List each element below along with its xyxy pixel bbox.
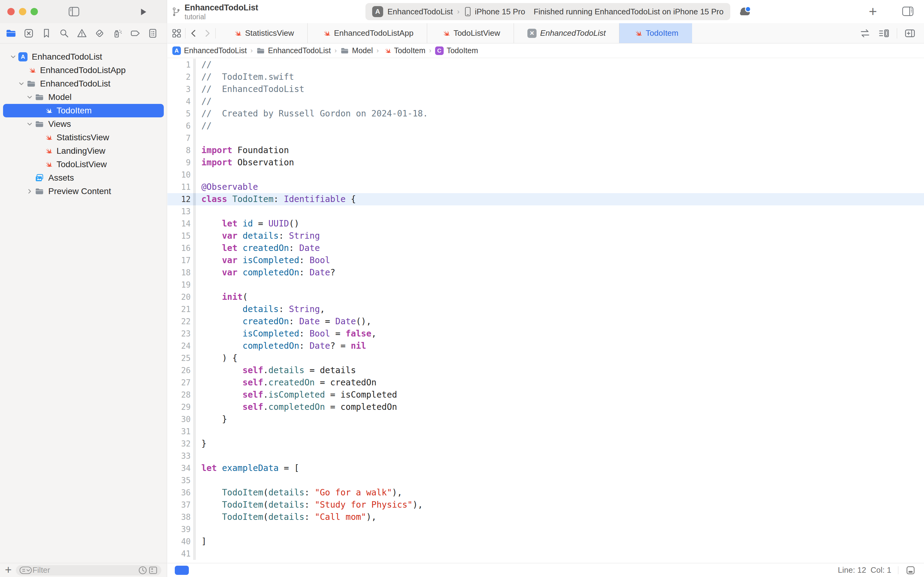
breadcrumb-segment[interactable]: TodoItem: [383, 46, 426, 55]
fold-ribbon[interactable]: [193, 474, 196, 487]
line-number[interactable]: 11: [167, 182, 191, 192]
fold-ribbon[interactable]: [193, 438, 196, 450]
line-number[interactable]: 34: [167, 464, 191, 473]
tab-enhancedtodolist[interactable]: ✕ EnhancedTodoList: [514, 23, 619, 43]
line-number[interactable]: 3: [167, 85, 191, 94]
line-number[interactable]: 27: [167, 378, 191, 387]
fold-ribbon[interactable]: [193, 108, 196, 120]
run-destination[interactable]: iPhone 15 Pro: [475, 7, 525, 16]
line-number[interactable]: 21: [167, 305, 191, 314]
fold-ribbon[interactable]: [193, 132, 196, 144]
sidebar-item-model[interactable]: Model: [3, 90, 164, 104]
sidebar-item-preview-content[interactable]: Preview Content: [3, 185, 164, 198]
add-toolbar-button[interactable]: +: [869, 4, 877, 18]
chevron-down-icon[interactable]: [18, 81, 25, 87]
line-number[interactable]: 8: [167, 146, 191, 155]
scheme-name[interactable]: EnhancedTodoList: [388, 7, 453, 16]
swap-editor-icon[interactable]: [859, 28, 871, 39]
fold-ribbon[interactable]: [193, 548, 196, 560]
fold-ribbon[interactable]: [193, 83, 196, 95]
fold-ribbon[interactable]: [193, 389, 196, 401]
toggle-navigator-icon[interactable]: [67, 6, 80, 17]
line-number[interactable]: 36: [167, 488, 191, 497]
tests-icon[interactable]: [93, 28, 106, 39]
sidebar-item-enhancedtodolist[interactable]: A EnhancedTodoList: [3, 50, 164, 64]
fold-ribbon[interactable]: [193, 95, 196, 108]
chevron-down-icon[interactable]: [26, 121, 34, 127]
fold-ribbon[interactable]: [193, 340, 196, 352]
line-number[interactable]: 5: [167, 109, 191, 118]
tab-todolistview[interactable]: TodoListView: [427, 23, 514, 43]
line-number[interactable]: 37: [167, 500, 191, 509]
editor-bottom-blue-badge[interactable]: [175, 566, 189, 575]
line-number[interactable]: 2: [167, 73, 191, 82]
fold-ribbon[interactable]: [193, 144, 196, 156]
fold-ribbon[interactable]: [193, 181, 196, 193]
editor-options-icon[interactable]: [878, 28, 890, 39]
source-control-status-icon[interactable]: [148, 565, 158, 575]
fold-ribbon[interactable]: [193, 462, 196, 474]
line-number[interactable]: 13: [167, 207, 191, 216]
sidebar-item-todolistview[interactable]: TodoListView: [3, 158, 164, 171]
zoom-window-button[interactable]: [31, 8, 38, 15]
line-number[interactable]: 26: [167, 366, 191, 375]
tab-statisticsview[interactable]: StatisticsView: [219, 23, 308, 43]
line-number[interactable]: 1: [167, 60, 191, 69]
fold-ribbon[interactable]: [193, 71, 196, 83]
fold-ribbon[interactable]: [193, 279, 196, 291]
breadcrumb-segment[interactable]: EnhancedTodoList: [256, 46, 331, 55]
recent-files-clock-icon[interactable]: [137, 565, 148, 575]
line-number[interactable]: 32: [167, 439, 191, 448]
fold-ribbon[interactable]: [193, 120, 196, 132]
line-number[interactable]: 41: [167, 549, 191, 558]
line-number[interactable]: 22: [167, 317, 191, 326]
close-window-button[interactable]: [7, 8, 14, 15]
toggle-inspector-icon[interactable]: [901, 6, 915, 17]
line-number[interactable]: 33: [167, 451, 191, 461]
line-number[interactable]: 31: [167, 427, 191, 436]
breadcrumb-segment[interactable]: A EnhancedTodoList: [172, 46, 247, 55]
fold-ribbon[interactable]: [193, 291, 196, 303]
sidebar-item-views[interactable]: Views: [3, 118, 164, 131]
fold-ribbon[interactable]: [193, 523, 196, 535]
filter-field[interactable]: [16, 565, 161, 575]
sidebar-item-todoitem[interactable]: TodoItem: [3, 104, 164, 118]
sidebar-item-enhancedtodolist[interactable]: EnhancedTodoList: [3, 77, 164, 90]
fold-ribbon[interactable]: [193, 254, 196, 266]
line-number[interactable]: 28: [167, 390, 191, 400]
line-number[interactable]: 7: [167, 134, 191, 143]
add-editor-icon[interactable]: [904, 28, 916, 39]
fold-ribbon[interactable]: [193, 425, 196, 438]
fold-ribbon[interactable]: [193, 511, 196, 523]
line-number[interactable]: 12: [167, 195, 191, 204]
reports-icon[interactable]: [146, 28, 159, 39]
fold-ribbon[interactable]: [193, 205, 196, 218]
filter-input[interactable]: [32, 566, 137, 575]
find-icon[interactable]: [58, 28, 70, 39]
breakpoints-icon[interactable]: [129, 28, 141, 39]
source-editor[interactable]: 1 // 2 // TodoItem.swift 3 // EnhancedTo…: [167, 58, 924, 563]
go-forward-icon[interactable]: [202, 28, 212, 39]
sidebar-item-assets[interactable]: Assets: [3, 171, 164, 185]
fold-ribbon[interactable]: [193, 169, 196, 181]
line-number[interactable]: 14: [167, 219, 191, 228]
fold-ribbon[interactable]: [193, 59, 196, 71]
fold-ribbon[interactable]: [193, 401, 196, 413]
fold-ribbon[interactable]: [193, 266, 196, 279]
tab-enhancedtodolistapp[interactable]: EnhancedTodoListApp: [308, 23, 427, 43]
debug-icon[interactable]: [111, 28, 124, 39]
line-number[interactable]: 4: [167, 97, 191, 106]
fold-ribbon[interactable]: [193, 193, 196, 205]
fold-ribbon[interactable]: [193, 156, 196, 169]
fold-ribbon[interactable]: [193, 315, 196, 328]
line-number[interactable]: 9: [167, 158, 191, 167]
fold-ribbon[interactable]: [193, 535, 196, 548]
issues-icon[interactable]: [76, 28, 88, 39]
sidebar-item-landingview[interactable]: LandingView: [3, 144, 164, 158]
fold-ribbon[interactable]: [193, 328, 196, 340]
line-number[interactable]: 35: [167, 476, 191, 485]
line-number[interactable]: 39: [167, 525, 191, 534]
line-number[interactable]: 17: [167, 256, 191, 265]
bookmarks-icon[interactable]: [40, 28, 53, 39]
line-number[interactable]: 25: [167, 354, 191, 363]
